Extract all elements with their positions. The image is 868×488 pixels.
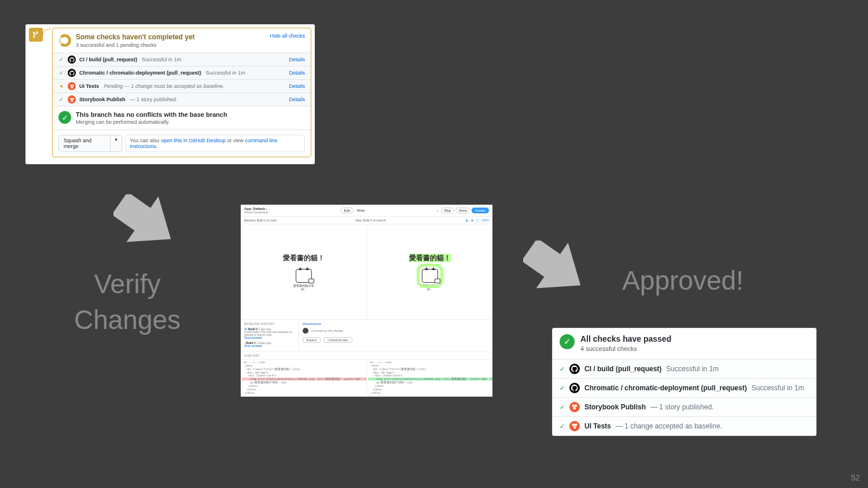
spinner-icon	[58, 34, 71, 47]
cat-illustration: 愛看書的貓不理 你～	[293, 269, 314, 291]
app-subtitle: Visual Comparison	[244, 210, 269, 214]
checks-box: Some checks haven't completed yet 3 succ…	[52, 28, 311, 157]
svg-point-4	[72, 98, 73, 99]
svg-marker-6	[113, 194, 183, 252]
check-name: Chromatic / chromatic-deployment (pull_r…	[79, 70, 201, 76]
verify-line2: Changes	[74, 302, 181, 338]
dom-diff-header: DOM DIFF	[241, 352, 492, 360]
svg-point-0	[70, 84, 72, 86]
check-name: CI / build (pull_request)	[79, 57, 137, 62]
baseline-label: Baseline: Build 2 on main	[244, 219, 277, 222]
git-branch-icon	[29, 28, 43, 42]
svg-point-13	[573, 426, 576, 429]
details-link[interactable]: Details	[289, 97, 305, 102]
zoom-icon[interactable]: ⊞	[471, 219, 473, 222]
write-label: Write	[356, 209, 365, 212]
show-accepted-link[interactable]: Show accepted	[244, 345, 295, 347]
merge-hint-text: or view	[226, 138, 245, 143]
show-accepted-link[interactable]: Show accepted	[244, 337, 295, 339]
check-row: ✓ Storybook Publish — 1 story published.	[553, 398, 816, 417]
hide-all-checks-link[interactable]: Hide all checks	[270, 33, 305, 48]
accept-pill[interactable]: Accept	[472, 208, 489, 213]
merge-section: Squash and merge ▼ You can also open thi…	[53, 130, 311, 157]
edit-pill[interactable]: Edit	[340, 208, 353, 213]
github-icon	[569, 364, 580, 374]
merge-hint-text: You can also	[130, 138, 161, 143]
check-meta: — 1 change accepted as baseline.	[616, 422, 722, 430]
change-column: 愛看書的貓！ 愛看書的貓不理 你～	[366, 224, 492, 319]
diff-after: <a ...>...</a> <div> <h1 class="title">愛…	[366, 360, 492, 395]
zoom-level: 100%	[481, 219, 489, 222]
cat-caption: 愛看書的貓不理	[293, 284, 314, 287]
svg-point-3	[70, 98, 72, 99]
pending-dot-icon: ●	[58, 83, 64, 89]
view-mode-pills: Edit Write	[340, 209, 365, 212]
check-meta: — 1 story published.	[650, 403, 713, 411]
details-link[interactable]: Details	[289, 70, 305, 76]
verify-changes-label: Verify Changes	[74, 266, 181, 338]
deny-pill[interactable]: Deny	[455, 208, 470, 213]
contextual-view-button[interactable]: Contextual view	[323, 337, 352, 343]
check-name: CI / build (pull_request)	[584, 365, 661, 373]
checks-title: Some checks haven't completed yet	[76, 33, 265, 41]
chromatic-icon	[68, 95, 76, 103]
check-meta: Successful in 1m	[752, 384, 804, 392]
check-meta: Successful in 1m	[206, 70, 245, 76]
dom-diff: <a ...>...</a> <div> <h1 class="title">愛…	[241, 360, 492, 395]
squash-and-merge-button[interactable]: Squash and merge ▼	[58, 135, 122, 152]
toggle-icon[interactable]: ◧	[466, 219, 469, 222]
details-link[interactable]: Details	[289, 57, 305, 62]
verify-line1: Verify	[74, 266, 181, 302]
no-conflicts-section: ✓ This branch has no conflicts with the …	[53, 106, 311, 130]
svg-point-9	[575, 405, 578, 408]
pr-checks-pending-panel: Some checks haven't completed yet 3 succ…	[25, 24, 315, 164]
svg-point-11	[572, 424, 575, 427]
svg-point-5	[71, 99, 72, 101]
check-mark-icon: ✓	[58, 97, 64, 102]
check-meta: Successful in 1m	[142, 57, 181, 62]
merge-button-label: Squash and merge	[59, 135, 110, 151]
connector-line	[43, 28, 52, 157]
success-check-icon: ✓	[560, 334, 575, 349]
no-conflicts-subtitle: Merging can be performed automatically.	[76, 119, 227, 125]
checks-subtitle: 3 successful and 1 pending checks	[76, 42, 265, 48]
pr-checks-passed-panel: ✓ All checks have passed 4 successful ch…	[552, 328, 816, 436]
chromatic-icon	[569, 402, 580, 412]
cat-illustration-highlighted: 愛看書的貓不理 你～	[420, 269, 440, 291]
svg-point-1	[72, 84, 73, 86]
page-number: 52	[851, 473, 860, 482]
details-link[interactable]: Details	[289, 83, 305, 89]
github-icon	[68, 69, 76, 77]
check-name: Storybook Publish	[79, 97, 126, 102]
user-avatar	[303, 328, 308, 334]
open-github-desktop-link[interactable]: open this in GitHub Desktop	[161, 138, 226, 143]
expand-button[interactable]: Expand	[303, 337, 321, 343]
comment-input[interactable]: Comment on this change…	[303, 328, 489, 334]
story-heading: 愛看書的貓！	[283, 253, 325, 263]
check-mark-icon: ✓	[560, 404, 565, 411]
arrow-icon	[523, 241, 593, 301]
chromatic-icon	[68, 82, 76, 90]
svg-point-10	[573, 407, 576, 410]
story-heading-highlighted: 愛看書的貓！	[409, 253, 451, 263]
diff-before: <a ...>...</a> <div> <h1 class="title">愛…	[241, 360, 366, 395]
check-mark-icon: ✓	[560, 385, 565, 392]
cat-caption: 你～	[293, 287, 314, 291]
expand-icon[interactable]: ⛶	[476, 219, 479, 222]
check-row: ✓ Chromatic / chromatic-deployment (pull…	[53, 66, 311, 80]
check-mark-icon: ✓	[58, 70, 64, 76]
check-mark-icon: ✓	[560, 423, 565, 430]
check-row: ✓ Chromatic / chromatic-deployment (pull…	[553, 379, 816, 398]
toolbar-icons: ◧ ⊞ ⛶ 100%	[464, 219, 489, 222]
check-row: ● UI Tests Pending — 1 change must be ac…	[53, 80, 311, 93]
github-icon	[68, 56, 76, 64]
cat-caption: 你～	[427, 287, 433, 291]
svg-point-12	[575, 424, 578, 427]
merge-hint: You can also open this in GitHub Desktop…	[126, 135, 305, 152]
skip-pill[interactable]: Skip	[441, 208, 455, 213]
check-meta: — 1 story published.	[130, 97, 178, 102]
check-mark-icon: ✓	[560, 365, 565, 373]
check-row: ✓ Storybook Publish — 1 story published.…	[53, 93, 311, 106]
discussions-tab[interactable]: Discussions	[303, 322, 489, 326]
chevron-down-icon[interactable]: ▼	[110, 135, 122, 151]
